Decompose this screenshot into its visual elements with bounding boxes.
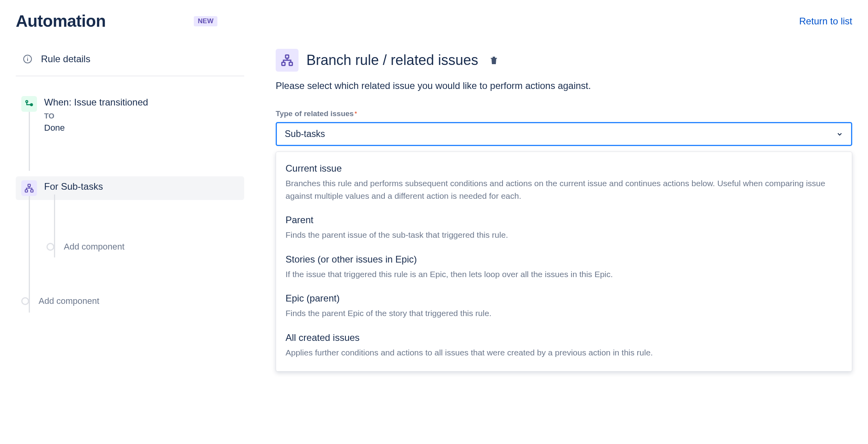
related-issues-select[interactable]: Sub-tasks — [276, 122, 852, 146]
trigger-title: When: Issue transitioned — [44, 97, 148, 108]
svg-point-2 — [27, 57, 28, 57]
chevron-down-icon — [836, 131, 843, 138]
option-title: Epic (parent) — [286, 293, 842, 304]
dropdown-option-current-issue[interactable]: Current issue Branches this rule and per… — [276, 157, 852, 209]
branch-icon — [276, 49, 299, 72]
option-desc: Branches this rule and performs subseque… — [286, 177, 842, 202]
new-badge: NEW — [194, 16, 217, 26]
add-component-label: Add component — [39, 296, 99, 306]
dropdown-option-parent[interactable]: Parent Finds the parent issue of the sub… — [276, 209, 852, 248]
main-title: Branch rule / related issues — [306, 52, 478, 68]
main-description: Please select which related issue you wo… — [276, 80, 852, 91]
branch-step[interactable]: For Sub-tasks — [16, 176, 244, 200]
option-desc: Applies further conditions and actions t… — [286, 346, 842, 359]
dropdown-option-stories[interactable]: Stories (or other issues in Epic) If the… — [276, 248, 852, 288]
add-component-label: Add component — [64, 242, 124, 252]
branch-icon — [21, 180, 37, 196]
dropdown-option-epic-parent[interactable]: Epic (parent) Finds the parent Epic of t… — [276, 287, 852, 327]
svg-rect-7 — [31, 190, 33, 192]
info-icon — [23, 54, 32, 64]
svg-point-3 — [26, 101, 28, 103]
rule-details-label: Rule details — [41, 54, 90, 65]
option-desc: If the issue that triggered this rule is… — [286, 268, 842, 281]
add-component-outer[interactable]: Add component — [16, 294, 244, 309]
select-value: Sub-tasks — [285, 129, 325, 139]
option-desc: Finds the parent Epic of the story that … — [286, 307, 842, 320]
branch-title: For Sub-tasks — [44, 181, 103, 192]
add-dot-icon — [46, 243, 54, 251]
option-desc: Finds the parent issue of the sub-task t… — [286, 229, 842, 241]
svg-rect-8 — [286, 55, 289, 58]
add-component-inner[interactable]: Add component — [41, 239, 244, 254]
trigger-step[interactable]: When: Issue transitioned TO Done — [16, 92, 244, 137]
svg-rect-10 — [289, 62, 292, 65]
dropdown-option-all-created[interactable]: All created issues Applies further condi… — [276, 327, 852, 366]
transition-icon — [21, 96, 37, 112]
option-title: All created issues — [286, 332, 842, 343]
option-title: Parent — [286, 215, 842, 226]
delete-button[interactable] — [489, 55, 499, 65]
svg-point-4 — [31, 104, 33, 106]
trigger-sub-label: TO — [44, 112, 148, 120]
option-title: Stories (or other issues in Epic) — [286, 254, 842, 265]
add-dot-icon — [21, 297, 29, 305]
page-header: Automation NEW Return to list — [16, 12, 852, 31]
rule-details-item[interactable]: Rule details — [16, 46, 244, 76]
option-title: Current issue — [286, 163, 842, 174]
main-panel: Branch rule / related issues Please sele… — [276, 46, 852, 372]
sidebar: Rule details When: Issue transit — [16, 46, 244, 372]
required-indicator: * — [354, 111, 357, 117]
svg-rect-5 — [28, 184, 30, 187]
svg-rect-6 — [25, 190, 28, 192]
svg-rect-9 — [282, 62, 285, 65]
return-to-list-link[interactable]: Return to list — [799, 16, 852, 27]
trigger-value: Done — [44, 123, 148, 133]
page-title: Automation — [16, 12, 106, 31]
field-label: Type of related issues — [276, 109, 354, 118]
related-issues-dropdown: Current issue Branches this rule and per… — [276, 152, 852, 372]
trash-icon — [489, 55, 499, 65]
